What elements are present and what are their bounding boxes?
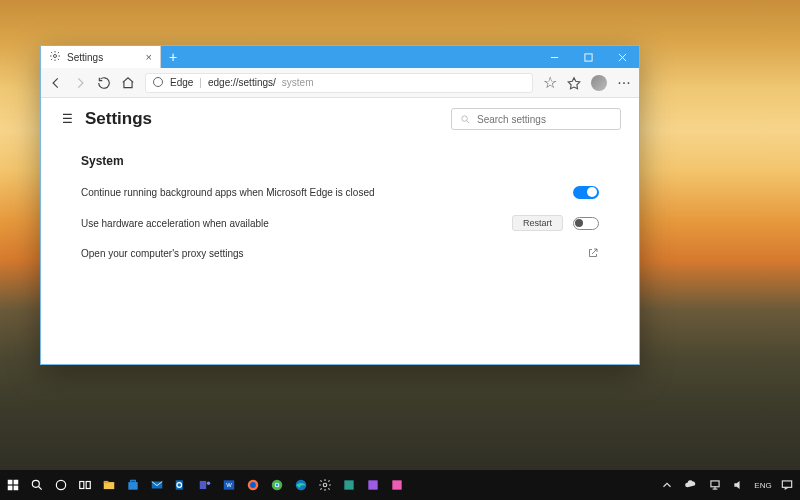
taskbar-app-teams[interactable] [196,476,214,494]
minimize-button[interactable] [537,46,571,68]
favorites-icon[interactable] [567,76,581,90]
page-content: ☰ Settings System Continue running backg… [41,98,639,364]
tray-action-center-icon[interactable] [778,476,796,494]
titlebar: Settings × + [41,46,639,68]
taskbar-app-generic-1[interactable] [340,476,358,494]
tab-close-icon[interactable]: × [146,51,152,63]
svg-rect-21 [104,481,109,483]
taskbar-app-generic-3[interactable] [388,476,406,494]
address-prefix: Edge [170,77,193,88]
svg-marker-8 [568,77,580,88]
address-bar[interactable]: Edge | edge://settings/system [145,73,533,93]
taskbar-app-explorer[interactable] [100,476,118,494]
edge-window: Settings × + Edge | edge://settings/syst… [40,45,640,365]
svg-point-17 [56,480,65,489]
tray-volume-icon[interactable] [730,476,748,494]
toggle-hw-accel[interactable] [573,217,599,230]
taskbar-app-store[interactable] [124,476,142,494]
svg-line-10 [467,120,469,122]
svg-line-16 [39,487,42,490]
setting-label-hw-accel: Use hardware acceleration when available [81,218,269,229]
svg-rect-38 [344,480,353,489]
svg-rect-12 [14,480,19,485]
svg-rect-13 [8,486,13,491]
toggle-background-apps[interactable] [573,186,599,199]
window-controls [537,46,639,68]
svg-rect-18 [80,482,84,489]
svg-point-5 [154,77,163,86]
refresh-button[interactable] [97,76,111,90]
browser-toolbar: Edge | edge://settings/system [41,68,639,98]
start-button[interactable] [4,476,22,494]
taskbar-app-chrome[interactable] [268,476,286,494]
settings-search-input[interactable] [477,114,612,125]
svg-rect-22 [128,482,137,490]
svg-point-0 [54,55,57,58]
setting-label-background-apps: Continue running background apps when Mi… [81,187,375,198]
more-menu-icon[interactable]: ··· [617,76,631,90]
svg-rect-45 [782,481,791,487]
taskbar-app-edge[interactable] [292,476,310,494]
svg-point-37 [323,483,327,487]
settings-search[interactable] [451,108,621,130]
svg-rect-2 [584,53,591,60]
setting-row-hw-accel: Use hardware acceleration when available… [81,207,599,239]
svg-point-9 [462,115,468,121]
back-button[interactable] [49,76,63,90]
svg-rect-11 [8,480,13,485]
tray-language-icon[interactable]: ENG [754,476,772,494]
cortana-icon[interactable] [52,476,70,494]
setting-row-background-apps: Continue running background apps when Mi… [81,178,599,207]
svg-point-35 [276,484,279,487]
taskbar-app-word[interactable]: W [220,476,238,494]
address-host: edge://settings/ [208,77,276,88]
svg-point-32 [250,482,256,488]
setting-row-proxy[interactable]: Open your computer's proxy settings [81,239,599,267]
restart-button[interactable]: Restart [512,215,563,231]
svg-point-28 [207,482,211,486]
svg-rect-19 [86,482,90,489]
page-title: Settings [85,109,152,129]
browser-tab[interactable]: Settings × [41,46,161,68]
tab-title: Settings [67,52,103,63]
profile-avatar[interactable] [591,75,607,91]
tray-network-icon[interactable] [706,476,724,494]
address-path: system [282,77,314,88]
svg-text:W: W [226,482,232,488]
taskbar-app-generic-2[interactable] [364,476,382,494]
taskbar-app-settings[interactable] [316,476,334,494]
svg-rect-27 [200,481,206,489]
svg-rect-41 [711,481,719,487]
task-view-icon[interactable] [76,476,94,494]
new-tab-button[interactable]: + [161,46,185,68]
svg-rect-40 [392,480,401,489]
menu-toggle-icon[interactable]: ☰ [59,112,75,126]
taskbar: W ENG [0,470,800,500]
svg-point-15 [32,480,39,487]
gear-icon [49,50,61,64]
svg-rect-23 [131,480,136,482]
external-link-icon [587,247,599,259]
search-button[interactable] [28,476,46,494]
taskbar-app-mail[interactable] [148,476,166,494]
forward-button[interactable] [73,76,87,90]
svg-marker-44 [734,481,739,489]
tray-onedrive-icon[interactable] [682,476,700,494]
close-window-button[interactable] [605,46,639,68]
tray-chevron-up-icon[interactable] [658,476,676,494]
svg-rect-39 [368,480,377,489]
read-aloud-icon[interactable]: ☆ [543,76,557,90]
desktop-wallpaper: Settings × + Edge | edge://settings/syst… [0,0,800,500]
section-title-system: System [81,154,599,168]
setting-label-proxy: Open your computer's proxy settings [81,248,244,259]
site-identity-icon [152,76,164,90]
search-icon [460,114,471,125]
svg-rect-14 [14,486,19,491]
home-button[interactable] [121,76,135,90]
maximize-button[interactable] [571,46,605,68]
taskbar-app-firefox[interactable] [244,476,262,494]
taskbar-app-outlook[interactable] [172,476,190,494]
